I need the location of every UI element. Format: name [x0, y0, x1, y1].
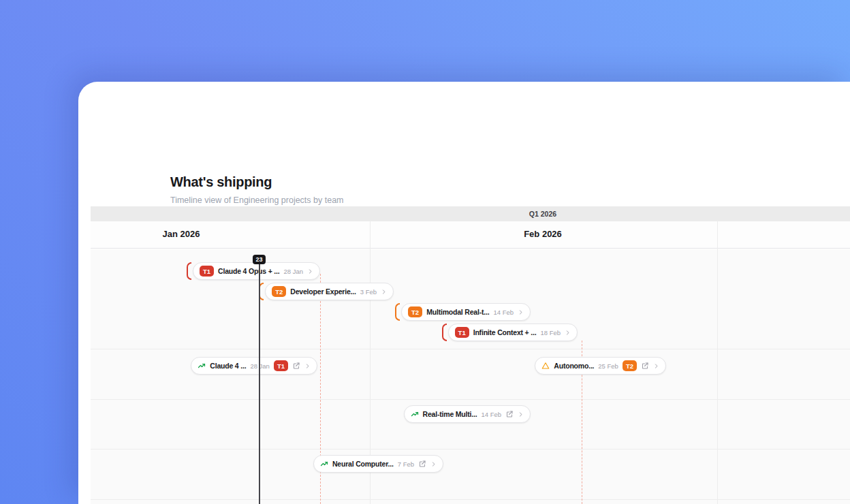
project-date: 14 Feb — [493, 309, 514, 316]
tier-badge: T1 — [455, 327, 469, 338]
today-badge: 23 — [253, 255, 266, 264]
external-link-icon[interactable] — [418, 460, 426, 468]
row-divider — [91, 449, 850, 450]
project-bar-infinite-context[interactable]: T1 Infinite Context + ... 18 Feb — [442, 324, 578, 341]
milestone-neural-computer[interactable]: Neural Computer... 7 Feb — [313, 455, 443, 473]
project-date: 28 Jan — [283, 268, 303, 275]
milestone-claude-4[interactable]: Claude 4 ... 28 Jan T1 — [191, 357, 317, 375]
warning-triangle-icon — [541, 362, 550, 370]
tier-badge: T1 — [200, 266, 214, 277]
chevron-right-icon — [565, 330, 571, 336]
row-divider — [91, 349, 850, 349]
quarter-label: Q1 2026 — [529, 210, 556, 218]
project-name: Developer Experie... — [290, 287, 356, 296]
chevron-right-icon — [304, 363, 311, 369]
project-bar-developer-experience[interactable]: T2 Developer Experie... 3 Feb — [259, 283, 394, 300]
milestone-real-time-multi[interactable]: Real-time Multi... 14 Feb — [404, 405, 531, 423]
chevron-right-icon — [430, 461, 437, 467]
chevron-right-icon — [307, 268, 313, 274]
milestone-date: 28 Jan — [250, 362, 270, 370]
row-divider — [91, 399, 850, 400]
timeline-canvas[interactable] — [91, 249, 850, 504]
trending-up-icon — [320, 460, 328, 468]
external-link-icon[interactable] — [292, 362, 300, 370]
tier-badge: T2 — [408, 306, 422, 317]
milestone-date: 14 Feb — [481, 411, 501, 418]
project-date: 18 Feb — [540, 329, 561, 336]
chevron-right-icon — [653, 363, 659, 369]
tier-badge: T2 — [272, 286, 286, 297]
month-label-feb: Feb 2026 — [524, 229, 562, 239]
chevron-right-icon — [518, 411, 524, 418]
month-header-row: Jan 2026 Feb 2026 — [91, 221, 850, 249]
external-link-icon[interactable] — [505, 410, 514, 418]
today-line — [259, 259, 260, 504]
chevron-right-icon — [518, 309, 524, 315]
start-bracket — [442, 324, 447, 341]
milestone-name: Neural Computer... — [332, 460, 394, 468]
screen: What's shipping Timeline view of Enginee… — [0, 0, 850, 504]
milestone-date: 7 Feb — [398, 460, 414, 468]
external-link-icon[interactable] — [641, 362, 649, 370]
quarter-header-band: Q1 2026 — [91, 206, 850, 221]
tier-badge: T1 — [274, 360, 288, 371]
row-divider — [91, 499, 850, 500]
start-bracket — [187, 262, 191, 280]
project-date: 3 Feb — [360, 288, 377, 296]
trending-up-icon — [411, 410, 419, 418]
start-bracket — [395, 303, 400, 321]
chevron-right-icon — [381, 289, 387, 295]
trending-up-icon — [198, 362, 206, 370]
milestone-name: Claude 4 ... — [210, 362, 246, 370]
project-bar-claude-4-opus[interactable]: T1 Claude 4 Opus + ... 28 Jan — [187, 262, 320, 280]
month-gridline — [717, 221, 718, 504]
month-label-jan: Jan 2026 — [163, 229, 200, 239]
project-name: Multimodal Real-t... — [426, 308, 489, 316]
project-name: Infinite Context + ... — [473, 328, 537, 336]
milestone-autonomous[interactable]: Autonomo... 25 Feb T2 — [535, 357, 666, 375]
project-name: Claude 4 Opus + ... — [218, 267, 279, 275]
tier-badge: T2 — [623, 360, 637, 371]
page-subtitle: Timeline view of Engineering projects by… — [170, 195, 344, 205]
page-title: What's shipping — [170, 174, 272, 190]
milestone-date: 25 Feb — [598, 362, 618, 370]
milestone-name: Real-time Multi... — [423, 410, 477, 418]
project-bar-multimodal-realtime[interactable]: T2 Multimodal Real-t... 14 Feb — [395, 303, 531, 321]
milestone-name: Autonomo... — [554, 362, 594, 370]
